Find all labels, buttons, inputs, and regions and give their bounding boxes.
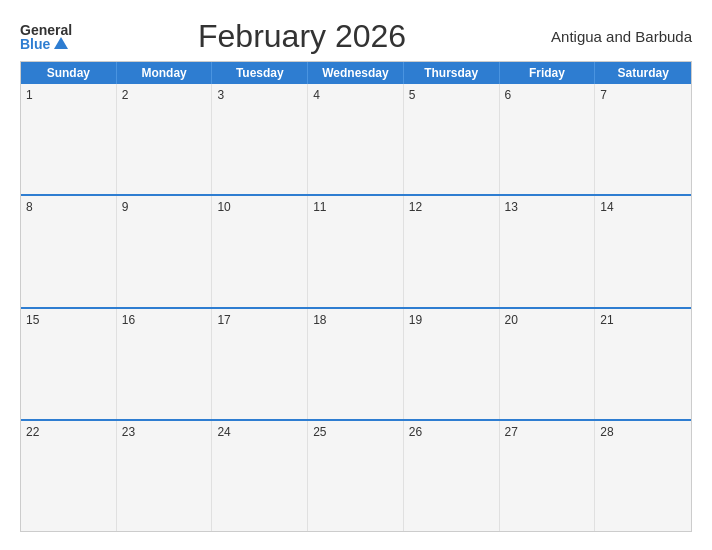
day-number: 24 xyxy=(217,425,230,439)
day-cell-16: 16 xyxy=(117,309,213,419)
day-cell-14: 14 xyxy=(595,196,691,306)
day-cell-10: 10 xyxy=(212,196,308,306)
day-cell-23: 23 xyxy=(117,421,213,531)
day-number: 7 xyxy=(600,88,607,102)
day-cell-3: 3 xyxy=(212,84,308,194)
week-row-2: 891011121314 xyxy=(21,194,691,306)
day-header-monday: Monday xyxy=(117,62,213,84)
day-header-tuesday: Tuesday xyxy=(212,62,308,84)
day-number: 1 xyxy=(26,88,33,102)
day-number: 25 xyxy=(313,425,326,439)
weeks-container: 1234567891011121314151617181920212223242… xyxy=(21,84,691,531)
day-cell-4: 4 xyxy=(308,84,404,194)
day-cell-9: 9 xyxy=(117,196,213,306)
day-number: 11 xyxy=(313,200,326,214)
day-cell-28: 28 xyxy=(595,421,691,531)
day-cell-17: 17 xyxy=(212,309,308,419)
logo-blue-text: Blue xyxy=(20,37,68,51)
day-number: 9 xyxy=(122,200,129,214)
day-number: 17 xyxy=(217,313,230,327)
week-row-3: 15161718192021 xyxy=(21,307,691,419)
day-cell-25: 25 xyxy=(308,421,404,531)
day-number: 28 xyxy=(600,425,613,439)
day-header-saturday: Saturday xyxy=(595,62,691,84)
day-cell-27: 27 xyxy=(500,421,596,531)
day-cell-15: 15 xyxy=(21,309,117,419)
day-number: 13 xyxy=(505,200,518,214)
day-number: 5 xyxy=(409,88,416,102)
day-cell-7: 7 xyxy=(595,84,691,194)
day-cell-21: 21 xyxy=(595,309,691,419)
country-label: Antigua and Barbuda xyxy=(532,28,692,45)
day-number: 14 xyxy=(600,200,613,214)
day-cell-1: 1 xyxy=(21,84,117,194)
day-number: 22 xyxy=(26,425,39,439)
day-number: 27 xyxy=(505,425,518,439)
day-cell-20: 20 xyxy=(500,309,596,419)
logo-general-text: General xyxy=(20,23,72,37)
week-row-1: 1234567 xyxy=(21,84,691,194)
day-number: 2 xyxy=(122,88,129,102)
day-header-thursday: Thursday xyxy=(404,62,500,84)
day-header-friday: Friday xyxy=(500,62,596,84)
day-number: 18 xyxy=(313,313,326,327)
day-number: 20 xyxy=(505,313,518,327)
header: General Blue February 2026 Antigua and B… xyxy=(20,18,692,55)
day-headers-row: SundayMondayTuesdayWednesdayThursdayFrid… xyxy=(21,62,691,84)
day-number: 21 xyxy=(600,313,613,327)
day-cell-11: 11 xyxy=(308,196,404,306)
day-cell-18: 18 xyxy=(308,309,404,419)
logo: General Blue xyxy=(20,23,72,51)
day-number: 4 xyxy=(313,88,320,102)
day-cell-13: 13 xyxy=(500,196,596,306)
day-number: 3 xyxy=(217,88,224,102)
day-cell-19: 19 xyxy=(404,309,500,419)
day-number: 10 xyxy=(217,200,230,214)
day-cell-2: 2 xyxy=(117,84,213,194)
day-number: 8 xyxy=(26,200,33,214)
day-cell-6: 6 xyxy=(500,84,596,194)
day-number: 12 xyxy=(409,200,422,214)
day-header-wednesday: Wednesday xyxy=(308,62,404,84)
day-number: 16 xyxy=(122,313,135,327)
day-number: 15 xyxy=(26,313,39,327)
day-cell-22: 22 xyxy=(21,421,117,531)
day-cell-8: 8 xyxy=(21,196,117,306)
day-cell-5: 5 xyxy=(404,84,500,194)
day-number: 6 xyxy=(505,88,512,102)
page: General Blue February 2026 Antigua and B… xyxy=(0,0,712,550)
day-number: 23 xyxy=(122,425,135,439)
day-cell-26: 26 xyxy=(404,421,500,531)
day-number: 26 xyxy=(409,425,422,439)
day-cell-24: 24 xyxy=(212,421,308,531)
day-number: 19 xyxy=(409,313,422,327)
week-row-4: 22232425262728 xyxy=(21,419,691,531)
logo-triangle-icon xyxy=(54,37,68,49)
calendar-title: February 2026 xyxy=(72,18,532,55)
day-header-sunday: Sunday xyxy=(21,62,117,84)
day-cell-12: 12 xyxy=(404,196,500,306)
calendar: SundayMondayTuesdayWednesdayThursdayFrid… xyxy=(20,61,692,532)
